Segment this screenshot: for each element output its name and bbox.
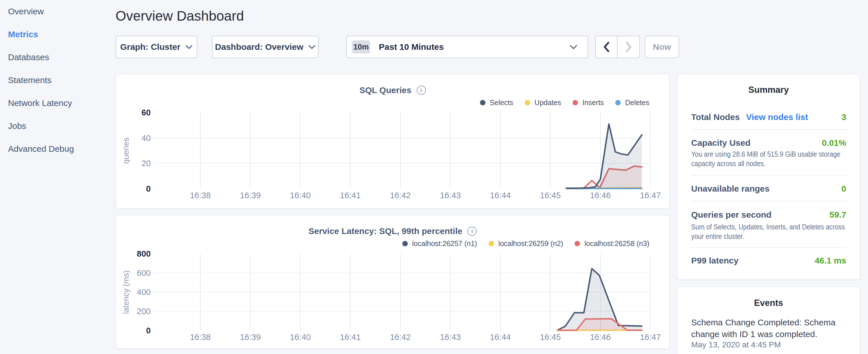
capacity-used-value: 0.01% <box>822 138 846 148</box>
svg-text:16:39: 16:39 <box>240 332 261 342</box>
sidebar-item-metrics[interactable]: Metrics <box>0 23 109 46</box>
service-latency-chart: 0200400600800latency (ms)16:3816:3916:40… <box>116 215 670 349</box>
svg-text:16:45: 16:45 <box>540 191 561 200</box>
graph-dropdown[interactable]: Graph: Cluster <box>116 36 197 58</box>
queries-per-second-description: Sum of Selects, Updates, Inserts, and De… <box>691 222 845 241</box>
chevron-down-icon <box>308 45 316 50</box>
svg-text:0: 0 <box>146 326 151 335</box>
summary-row-p99-latency: P99 latency 46.1 ms <box>691 255 846 266</box>
svg-text:16:43: 16:43 <box>440 191 461 200</box>
svg-text:16:43: 16:43 <box>440 332 461 342</box>
queries-per-second-label: Queries per second <box>691 210 771 220</box>
sidebar: OverviewMetricsDatabasesStatementsNetwor… <box>0 0 109 160</box>
events-panel: Events Schema Change Completed: Schema c… <box>677 286 860 354</box>
sql-queries-chart: 0204060queries16:3816:3916:4016:4116:421… <box>116 74 670 209</box>
divider <box>691 129 846 130</box>
divider <box>691 175 846 175</box>
svg-text:16:41: 16:41 <box>340 332 361 342</box>
sidebar-item-advanced-debug[interactable]: Advanced Debug <box>0 137 109 160</box>
unavailable-ranges-value: 0 <box>841 184 846 194</box>
svg-text:20: 20 <box>142 159 151 168</box>
svg-text:60: 60 <box>142 108 151 117</box>
summary-row-total-nodes: Total Nodes View nodes list 3 <box>691 111 846 123</box>
queries-per-second-value: 59.7 <box>830 210 846 220</box>
divider <box>691 201 846 201</box>
svg-text:16:42: 16:42 <box>390 332 411 342</box>
now-button-label: Now <box>653 42 671 52</box>
service-latency-chart-card: Service Latency: SQL, 99th percentile i … <box>116 215 670 349</box>
svg-text:16:38: 16:38 <box>190 191 211 200</box>
svg-text:16:41: 16:41 <box>340 191 361 200</box>
events-title: Events <box>677 298 860 308</box>
svg-text:16:40: 16:40 <box>290 332 311 342</box>
summary-row-capacity-used: Capacity Used 0.01% <box>691 137 846 149</box>
capacity-used-label: Capacity Used <box>691 138 750 148</box>
svg-text:40: 40 <box>142 133 151 142</box>
sql-queries-chart-card: SQL Queries i SelectsUpdatesInsertsDelet… <box>116 74 670 208</box>
chevron-left-icon <box>602 41 610 53</box>
summary-row-unavailable-ranges: Unavailable ranges 0 <box>691 183 846 194</box>
previous-time-button[interactable] <box>596 36 618 58</box>
event-message: Schema Change Completed: Schema change w… <box>691 317 849 340</box>
dashboard-dropdown[interactable]: Dashboard: Overview <box>212 36 319 58</box>
svg-text:16:39: 16:39 <box>240 191 261 200</box>
svg-text:16:47: 16:47 <box>640 332 661 342</box>
divider <box>691 248 846 248</box>
svg-text:16:42: 16:42 <box>390 191 411 200</box>
time-range-selector[interactable]: 10m Past 10 Minutes <box>346 36 588 58</box>
sidebar-item-databases[interactable]: Databases <box>0 46 109 69</box>
svg-text:200: 200 <box>137 307 151 316</box>
now-button[interactable]: Now <box>645 36 679 58</box>
svg-text:16:46: 16:46 <box>590 332 611 342</box>
chevron-down-icon <box>569 44 578 50</box>
sidebar-item-network-latency[interactable]: Network Latency <box>0 92 109 115</box>
svg-text:600: 600 <box>137 268 151 278</box>
svg-text:16:40: 16:40 <box>290 191 311 200</box>
summary-title: Summary <box>677 85 860 95</box>
page-title: Overview Dashboard <box>116 8 244 24</box>
svg-text:0: 0 <box>146 184 151 193</box>
chevron-down-icon <box>185 45 193 50</box>
svg-text:16:44: 16:44 <box>490 191 511 200</box>
p99-latency-label: P99 latency <box>691 256 739 265</box>
sidebar-item-statements[interactable]: Statements <box>0 69 109 92</box>
summary-panel: Summary Total Nodes View nodes list 3 Ca… <box>677 74 860 280</box>
total-nodes-label: Total Nodes <box>691 112 740 122</box>
next-time-button[interactable] <box>618 36 639 58</box>
capacity-used-description: You are using 28.6 MiB of 515.9 GiB usab… <box>691 150 840 168</box>
p99-latency-value: 46.1 ms <box>815 256 846 265</box>
event-timestamp: May 13, 2020 at 4:45 PM <box>691 340 781 349</box>
svg-text:queries: queries <box>122 137 130 164</box>
view-nodes-list-link[interactable]: View nodes list <box>746 112 808 122</box>
svg-text:16:47: 16:47 <box>640 191 661 200</box>
unavailable-ranges-label: Unavailable ranges <box>691 184 769 194</box>
total-nodes-value: 3 <box>841 112 846 122</box>
svg-text:400: 400 <box>137 288 151 297</box>
summary-row-queries-per-second: Queries per second 59.7 <box>691 209 846 221</box>
svg-text:16:46: 16:46 <box>590 191 611 200</box>
dashboard-dropdown-label: Dashboard: Overview <box>215 42 303 52</box>
svg-text:800: 800 <box>137 249 151 258</box>
graph-dropdown-label: Graph: Cluster <box>120 42 180 52</box>
sidebar-item-jobs[interactable]: Jobs <box>0 115 109 137</box>
time-range-label: Past 10 Minutes <box>379 42 444 52</box>
time-range-badge: 10m <box>352 40 370 54</box>
svg-text:16:38: 16:38 <box>190 332 211 342</box>
svg-text:16:44: 16:44 <box>490 332 511 342</box>
time-step-buttons <box>595 36 640 58</box>
sidebar-item-overview[interactable]: Overview <box>0 0 109 23</box>
svg-text:latency (ms): latency (ms) <box>122 270 130 314</box>
svg-text:16:45: 16:45 <box>540 332 561 342</box>
chevron-right-icon <box>625 41 632 53</box>
